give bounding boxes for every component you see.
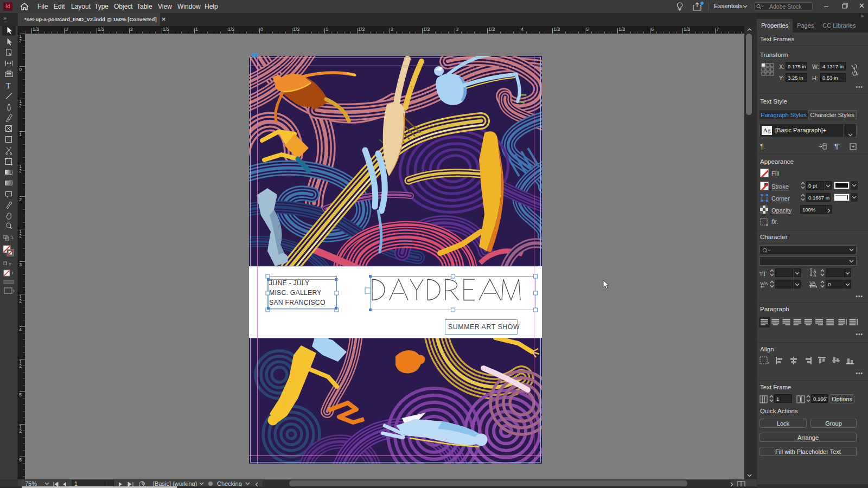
svg-text:SAN FRANCISCO: SAN FRANCISCO — [269, 299, 326, 306]
svg-text:A: A — [813, 273, 816, 277]
svg-text:JUNE - JULY: JUNE - JULY — [269, 279, 309, 287]
svg-text:T: T — [762, 269, 767, 277]
svg-text:V/A: V/A — [760, 281, 768, 286]
svg-text:SUMMER ART SHOW: SUMMER ART SHOW — [448, 323, 520, 331]
svg-text:VA: VA — [809, 280, 815, 286]
svg-text:T: T — [9, 262, 11, 267]
svg-text:MISC. GALLERY: MISC. GALLERY — [269, 289, 322, 297]
svg-text:T: T — [6, 82, 11, 90]
